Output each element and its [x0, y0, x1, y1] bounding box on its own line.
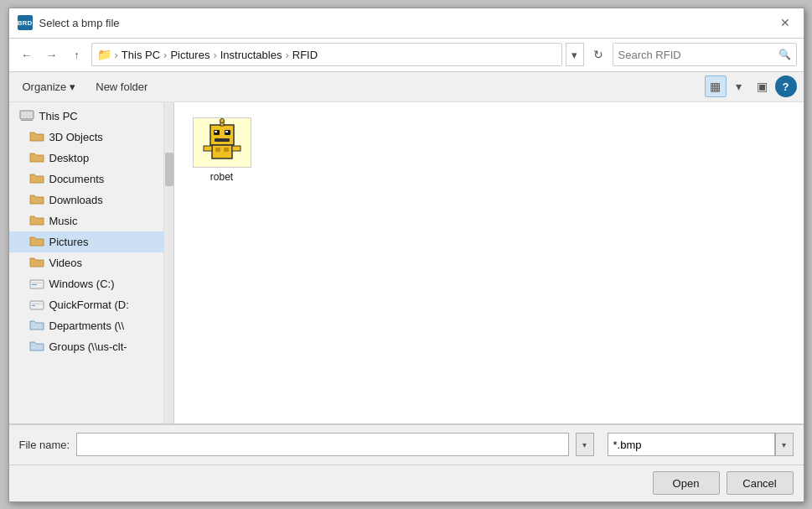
svg-rect-21: [204, 146, 212, 151]
sidebar-item-pictures[interactable]: Pictures: [9, 231, 163, 252]
view-expand-button[interactable]: ▾: [728, 75, 750, 97]
folder-videos-icon: [29, 257, 44, 268]
filetype-display: *.bmp: [608, 433, 775, 456]
sidebar-label-this-pc: This PC: [39, 110, 78, 122]
pc-icon: [19, 110, 34, 122]
sidebar-item-videos[interactable]: Videos: [9, 252, 163, 273]
sidebar-item-desktop[interactable]: Desktop: [9, 148, 163, 169]
sidebar-label-windows-c: Windows (C:): [49, 278, 115, 290]
sidebar-scrollbar[interactable]: [164, 102, 174, 423]
svg-rect-0: [20, 111, 34, 119]
file-dialog: BRD Select a bmp file ✕ ← → ↑ 📁 › This P…: [8, 8, 804, 502]
file-name-robet: robet: [210, 171, 233, 183]
file-thumbnail-robet: [193, 117, 251, 168]
address-path[interactable]: 📁 › This PC › Pictures › Instructables ›…: [91, 43, 562, 66]
svg-rect-18: [212, 145, 232, 158]
file-grid: robet: [184, 112, 794, 188]
sidebar-item-documents[interactable]: Documents: [9, 169, 163, 190]
network-groups-icon: [29, 340, 44, 352]
sidebar-label-pictures: Pictures: [49, 236, 89, 248]
titlebar: BRD Select a bmp file ✕: [9, 8, 804, 39]
address-dropdown[interactable]: ▾: [566, 43, 584, 66]
folder-desktop-icon: [29, 152, 44, 164]
folder-documents-icon: [29, 173, 44, 184]
sidebar-item-quickformat-d[interactable]: QuickFormat (D:: [9, 294, 163, 315]
main-area: This PC 3D Objects Desktop: [9, 102, 804, 423]
pane-button[interactable]: ▣: [752, 75, 773, 97]
svg-rect-20: [224, 148, 229, 152]
drive-d-icon: [29, 299, 44, 310]
dialog-title: Select a bmp file: [39, 17, 775, 29]
folder-pictures-icon: [29, 236, 44, 247]
search-input[interactable]: [618, 49, 778, 61]
search-icon: 🔍: [778, 49, 791, 60]
network-departments-icon: [29, 319, 44, 331]
open-button[interactable]: Open: [653, 471, 720, 495]
path-rfid: RFID: [292, 49, 318, 61]
back-button[interactable]: ←: [16, 44, 38, 65]
svg-rect-4: [32, 283, 42, 283]
view-tiles-button[interactable]: ▦: [705, 75, 727, 97]
svg-rect-5: [32, 284, 37, 285]
file-item-robet[interactable]: robet: [184, 112, 260, 188]
bottom-area: File name: ▾ *.bmp ▾ Open Cancel: [9, 423, 804, 501]
sidebar-item-music[interactable]: Music: [9, 210, 163, 231]
filename-label: File name:: [19, 439, 70, 451]
close-button[interactable]: ✕: [775, 13, 795, 33]
sidebar-item-groups[interactable]: Groups (\\us-clt-: [9, 336, 163, 357]
refresh-button[interactable]: ↻: [587, 44, 609, 65]
folder-downloads-icon: [29, 194, 44, 205]
sidebar-label-music: Music: [49, 215, 78, 227]
filetype-container: *.bmp ▾: [608, 433, 794, 456]
folder-3d-icon: [29, 131, 44, 143]
filename-dropdown[interactable]: ▾: [576, 433, 594, 456]
sidebar-item-windows-c[interactable]: Windows (C:): [9, 273, 163, 294]
path-this-pc: This PC: [122, 49, 160, 61]
drive-c-icon: [29, 278, 44, 289]
file-content-area: robet: [174, 102, 804, 423]
toolbar: Organize ▾ New folder ▦ ▾ ▣ ?: [9, 72, 804, 102]
svg-rect-22: [232, 146, 240, 151]
sidebar-label-videos: Videos: [49, 257, 83, 269]
sidebar-item-3d-objects[interactable]: 3D Objects: [9, 127, 163, 148]
svg-rect-19: [215, 148, 220, 152]
svg-rect-14: [225, 131, 228, 132]
filename-bar: File name: ▾ *.bmp ▾: [9, 424, 804, 465]
svg-rect-8: [32, 305, 35, 306]
robot-thumbnail-svg: [194, 118, 251, 167]
up-button[interactable]: ↑: [66, 44, 88, 65]
app-icon: BRD: [18, 15, 33, 30]
help-button[interactable]: ?: [775, 75, 797, 97]
sidebar-label-groups: Groups (\\us-clt-: [49, 340, 127, 353]
organize-dropdown-icon: ▾: [70, 81, 75, 93]
folder-music-icon: [29, 215, 44, 226]
svg-point-17: [220, 118, 224, 122]
sidebar-label-quickformat-d: QuickFormat (D:: [49, 299, 129, 311]
svg-rect-2: [21, 120, 33, 121]
svg-rect-7: [32, 304, 42, 304]
filetype-dropdown[interactable]: ▾: [775, 433, 794, 456]
cancel-button[interactable]: Cancel: [727, 471, 794, 495]
svg-rect-13: [215, 131, 217, 132]
sidebar: This PC 3D Objects Desktop: [9, 102, 164, 423]
sidebar-item-departments[interactable]: Departments (\\: [9, 315, 163, 336]
sidebar-label-departments: Departments (\\: [49, 319, 125, 332]
action-buttons: Open Cancel: [9, 465, 804, 501]
path-pictures: Pictures: [170, 49, 209, 61]
sidebar-item-downloads[interactable]: Downloads: [9, 190, 163, 210]
path-instructables: Instructables: [220, 49, 282, 61]
sidebar-label-desktop: Desktop: [49, 152, 90, 164]
search-box: 🔍: [613, 43, 797, 66]
sidebar-label-documents: Documents: [49, 173, 105, 185]
svg-rect-15: [215, 138, 230, 142]
path-arrow: ›: [115, 49, 118, 61]
sidebar-label-3d-objects: 3D Objects: [49, 131, 103, 143]
svg-rect-10: [210, 125, 234, 145]
sidebar-item-this-pc[interactable]: This PC: [9, 106, 163, 127]
organize-button[interactable]: Organize ▾: [16, 78, 83, 96]
addressbar: ← → ↑ 📁 › This PC › Pictures › Instructa…: [9, 39, 804, 72]
forward-button[interactable]: →: [41, 44, 63, 65]
sidebar-label-downloads: Downloads: [49, 194, 103, 206]
filename-input[interactable]: [76, 433, 568, 456]
new-folder-button[interactable]: New folder: [89, 78, 154, 96]
